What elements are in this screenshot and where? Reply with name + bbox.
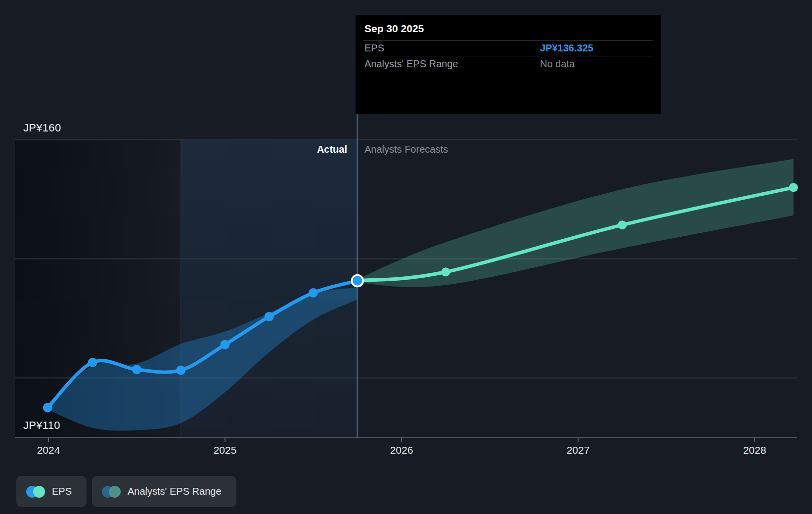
forecast-eps-range-band xyxy=(358,159,794,288)
eps-actual-point xyxy=(176,365,185,375)
eps-actual-point xyxy=(265,312,274,321)
tooltip-row-value: No data xyxy=(540,58,575,70)
tooltip-row: EPSJP¥136.325 xyxy=(356,41,661,56)
legend-item-eps[interactable]: EPS xyxy=(16,476,87,507)
eps-forecast-point xyxy=(618,220,627,229)
eps-forecast-point xyxy=(441,267,450,276)
x-tick-label-2028: 2028 xyxy=(732,444,777,456)
x-tick-label-2027: 2027 xyxy=(556,444,600,456)
tooltip-bottom-divider xyxy=(363,107,653,107)
legend-dot xyxy=(109,486,121,498)
tooltip-row: Analysts' EPS RangeNo data xyxy=(356,56,661,72)
tooltip-date: Sep 30 2025 xyxy=(356,15,661,40)
legend-dot xyxy=(33,486,45,498)
eps-actual-point xyxy=(309,288,318,298)
legend-series-dots-icon xyxy=(26,486,45,498)
x-tick-label-2024: 2024 xyxy=(26,444,71,456)
x-tick-label-2026: 2026 xyxy=(379,444,424,456)
legend-series-dots-icon xyxy=(102,486,121,498)
eps-actual-point xyxy=(43,403,52,412)
eps-growth-chart-page: JP¥160 JP¥110 Actual Analysts Forecasts … xyxy=(0,0,812,514)
forecast-section-label: Analysts Forecasts xyxy=(364,144,448,155)
tooltip-row-label: Analysts' EPS Range xyxy=(364,58,540,70)
legend-item-label: EPS xyxy=(52,486,72,497)
tooltip-row-label: EPS xyxy=(364,43,540,54)
eps-forecast-point xyxy=(789,183,798,192)
eps-actual-point xyxy=(221,340,230,349)
chart-legend: EPSAnalysts' EPS Range xyxy=(16,476,236,507)
tooltip-row-value: JP¥136.325 xyxy=(540,43,593,54)
eps-actual-point xyxy=(88,358,97,367)
x-tick-label-2025: 2025 xyxy=(203,444,247,456)
selected-point-marker xyxy=(352,275,363,287)
legend-item-analysts-eps-range[interactable]: Analysts' EPS Range xyxy=(92,476,236,507)
y-axis-label-top: JP¥160 xyxy=(23,122,61,134)
legend-item-label: Analysts' EPS Range xyxy=(128,486,221,497)
y-axis-label-bottom: JP¥110 xyxy=(23,419,60,432)
tooltip: Sep 30 2025 EPSJP¥136.325Analysts' EPS R… xyxy=(356,15,661,114)
eps-actual-point xyxy=(132,365,141,374)
actual-section-label: Actual xyxy=(0,144,347,155)
